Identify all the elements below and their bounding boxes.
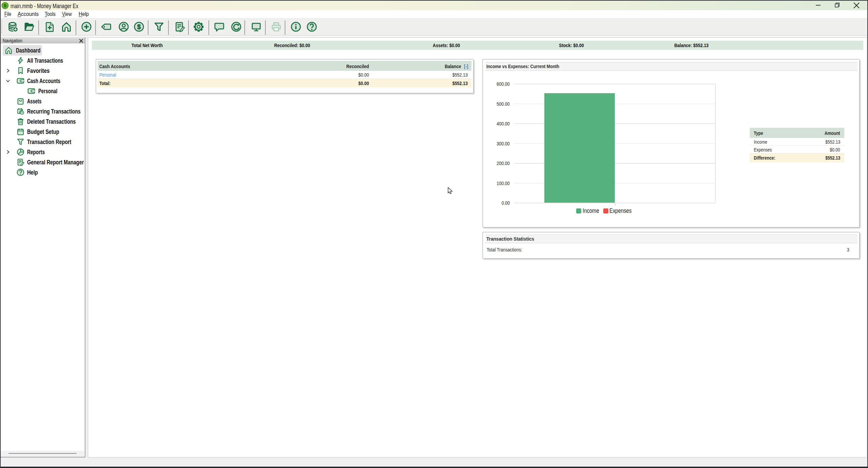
svg-text:$: $ xyxy=(4,3,6,8)
svg-text:$: $ xyxy=(137,23,141,30)
